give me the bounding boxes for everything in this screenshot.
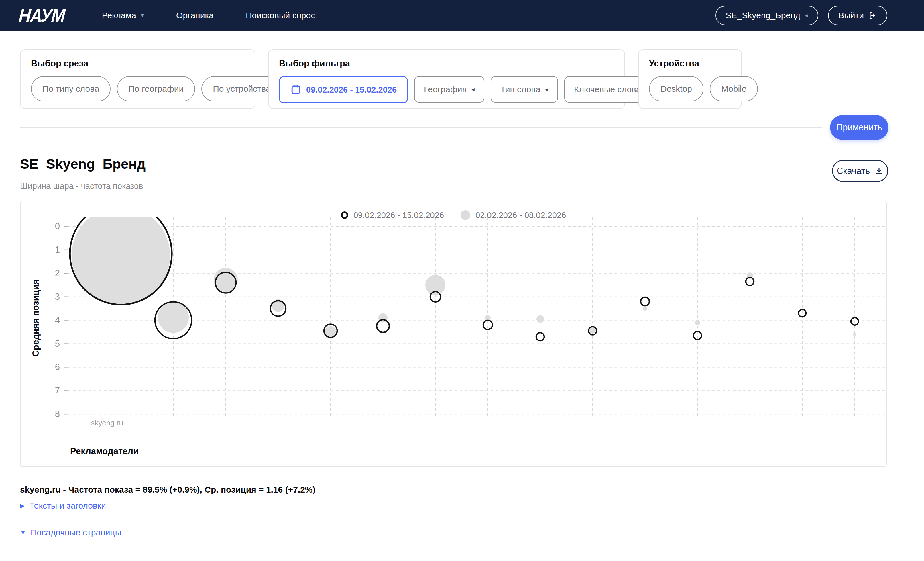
- geo-filter-button[interactable]: География ◂: [414, 76, 484, 103]
- bubble-chart-card: 012345678skyeng.ruСредняя позицияРекламо…: [20, 201, 887, 467]
- link-label: Посадочные страницы: [31, 528, 121, 537]
- outline-circle-icon: [341, 212, 348, 219]
- chart-legend: 09.02.2026 - 15.02.2026 02.02.2026 - 08.…: [21, 210, 886, 220]
- x-axis-title: Рекламодатели: [70, 446, 139, 456]
- filled-circle-icon: [460, 210, 470, 220]
- nav-item-label: Реклама: [102, 10, 136, 20]
- svg-text:4: 4: [55, 315, 60, 325]
- divider: [20, 127, 822, 128]
- chevron-left-icon: ◂: [545, 86, 548, 93]
- svg-text:3: 3: [55, 292, 60, 302]
- slice-by-geo-button[interactable]: По географии: [117, 76, 195, 101]
- logout-button[interactable]: Выйти: [828, 6, 887, 25]
- nav-item-search-demand[interactable]: Поисковый спрос: [246, 10, 315, 20]
- devices-card: Устройства Desktop Mobile: [638, 49, 742, 109]
- legend-label: 02.02.2026 - 08.02.2026: [476, 211, 566, 220]
- filter-card-title: Выбор фильтра: [279, 58, 614, 69]
- navbar: НАУМ Реклама ▾ Органика Поисковый спрос …: [0, 0, 924, 31]
- svg-text:7: 7: [55, 386, 60, 395]
- nav-item-label: Поисковый спрос: [246, 10, 315, 20]
- svg-text:2: 2: [55, 268, 60, 278]
- selected-advertiser-stats: skyeng.ru - Частота показа = 89.5% (+0.9…: [20, 485, 316, 495]
- nav-item-organika[interactable]: Органика: [176, 10, 214, 20]
- chevron-left-icon: ◂: [805, 12, 808, 19]
- svg-text:8: 8: [55, 409, 60, 419]
- download-button[interactable]: Скачать: [832, 160, 888, 182]
- nav-item-label: Органика: [176, 10, 214, 20]
- date-range-button[interactable]: 09.02.2026 - 15.02.2026: [279, 76, 408, 103]
- texts-and-titles-link[interactable]: ▶ Тексты и заголовки: [20, 501, 106, 511]
- logout-label: Выйти: [838, 10, 864, 20]
- bubble-size-note: Ширина шара - частота показов: [20, 182, 143, 191]
- landing-pages-link[interactable]: ▼ Посадочные страницы: [20, 528, 121, 537]
- svg-text:1: 1: [55, 244, 60, 255]
- legend-item-current[interactable]: 09.02.2026 - 15.02.2026: [341, 211, 444, 220]
- calendar-icon: [290, 84, 302, 95]
- slice-card: Выбор среза По типу слова По географии П…: [20, 49, 255, 109]
- nav-links: Реклама ▾ Органика Поисковый спрос: [102, 10, 315, 20]
- filter-label: Тип слова: [500, 84, 540, 94]
- triangle-down-icon: ▼: [20, 529, 26, 536]
- bubble-chart[interactable]: 012345678skyeng.ruСредняя позицияРекламо…: [21, 201, 887, 468]
- apply-button[interactable]: Применить: [830, 115, 888, 140]
- svg-text:0: 0: [55, 221, 60, 231]
- filter-label: Ключевые слова: [574, 84, 641, 94]
- date-range-label: 09.02.2026 - 15.02.2026: [306, 85, 397, 94]
- svg-text:6: 6: [55, 362, 60, 372]
- filter-card: Выбор фильтра 09.02.2026 - 15.02.2026 Ге…: [268, 49, 625, 109]
- legend-item-previous[interactable]: 02.02.2026 - 08.02.2026: [460, 210, 566, 220]
- filter-label: География: [424, 84, 467, 94]
- download-icon: [874, 166, 884, 176]
- chevron-left-icon: ◂: [471, 86, 475, 93]
- nav-right: SE_Skyeng_Бренд ◂ Выйти: [716, 6, 887, 25]
- nav-item-reklama[interactable]: Реклама ▾: [102, 10, 144, 20]
- app-logo: НАУМ: [18, 5, 65, 26]
- svg-text:5: 5: [55, 339, 60, 349]
- link-label: Тексты и заголовки: [29, 501, 106, 511]
- account-selector[interactable]: SE_Skyeng_Бренд ◂: [716, 6, 819, 25]
- triangle-right-icon: ▶: [20, 502, 25, 509]
- account-label: SE_Skyeng_Бренд: [726, 10, 801, 20]
- y-axis-title: Средняя позиция: [31, 279, 40, 357]
- chevron-down-icon: ▾: [141, 12, 144, 19]
- logout-icon: [868, 11, 877, 20]
- svg-text:skyeng.ru: skyeng.ru: [91, 418, 123, 427]
- device-mobile-button[interactable]: Mobile: [710, 76, 758, 101]
- slice-by-word-type-button[interactable]: По типу слова: [31, 76, 111, 101]
- legend-label: 09.02.2026 - 15.02.2026: [354, 211, 444, 220]
- download-label: Скачать: [837, 166, 870, 176]
- word-type-filter-button[interactable]: Тип слова ◂: [490, 76, 558, 103]
- slice-card-title: Выбор среза: [31, 58, 244, 69]
- page-title: SE_Skyeng_Бренд: [20, 156, 146, 172]
- device-desktop-button[interactable]: Desktop: [649, 76, 704, 101]
- devices-card-title: Устройства: [649, 58, 731, 69]
